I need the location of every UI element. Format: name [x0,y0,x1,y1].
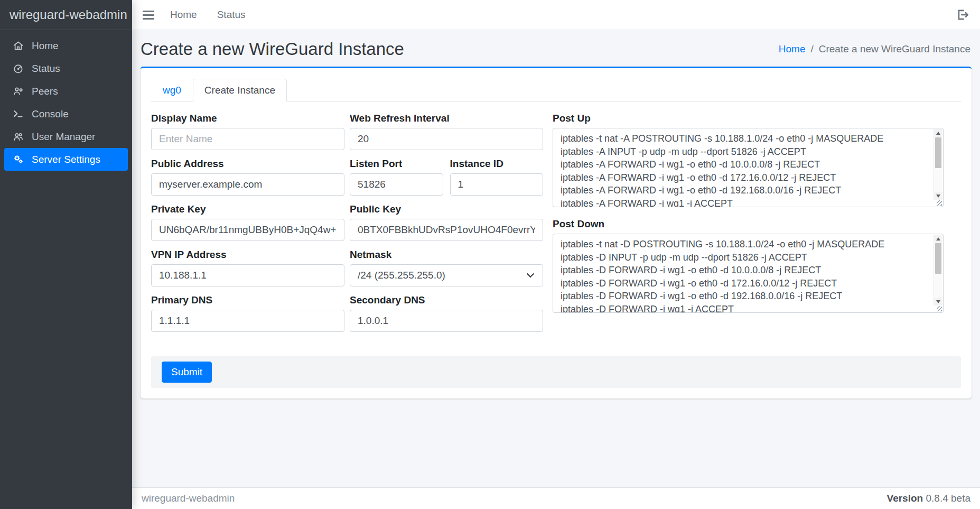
netmask-selected-value: /24 (255.255.255.0) [358,270,445,281]
instance-tabs: wg0 Create Instance [151,79,961,101]
sidebar-item-label: User Manager [32,131,95,143]
display-name-label: Display Name [151,112,344,125]
footer-version-value: 0.8.4 beta [926,493,970,504]
users-icon [12,131,24,143]
chevron-down-icon [527,270,534,277]
home-icon [12,40,24,52]
page-footer: wireguard-webadmin Version 0.8.4 beta [132,487,980,509]
resize-grip-icon[interactable] [937,306,942,311]
instance-id-label: Instance ID [450,158,544,170]
card-body: wg0 Create Instance Display Name Public … [141,68,972,399]
tab-wg0[interactable]: wg0 [151,79,193,101]
primary-dns-input[interactable] [151,310,344,332]
content-header: Create a new WireGuard Instance Home / C… [132,30,980,67]
sidebar-item-peers[interactable]: Peers [4,80,128,103]
users-gear-icon [12,85,24,98]
form-column-1: Display Name Public Address Private Key [151,112,344,339]
sidebar: wireguard-webadmin Home Status Peers [0,0,132,509]
gears-icon [12,153,24,166]
secondary-dns-input[interactable] [350,310,543,332]
listen-port-input[interactable] [350,173,443,196]
post-down-scrollbar[interactable] [934,235,942,306]
scroll-down-icon[interactable] [934,298,942,306]
form-column-3: Post Up iptables -t nat -A POSTROUTING -… [553,112,944,339]
instance-card: wg0 Create Instance Display Name Public … [141,67,972,399]
resize-grip-icon[interactable] [937,200,942,206]
scrollbar-thumb[interactable] [935,137,941,168]
post-up-text: iptables -t nat -A POSTROUTING -s 10.188… [553,128,943,207]
sidebar-item-user-manager[interactable]: User Manager [4,125,128,148]
web-refresh-interval-input[interactable] [350,128,543,150]
post-up-textarea[interactable]: iptables -t nat -A POSTROUTING -s 10.188… [553,128,944,207]
sidebar-nav: Home Status Peers Console [0,30,132,175]
sidebar-item-label: Status [32,63,60,75]
scroll-up-icon[interactable] [934,129,942,137]
scrollbar-track[interactable] [934,137,942,192]
form-column-2: Web Refresh Interval Listen Port Instanc… [350,112,543,339]
scrollbar-track[interactable] [934,243,942,298]
listen-port-label: Listen Port [350,158,443,170]
footer-version: Version 0.8.4 beta [887,493,970,504]
web-refresh-interval-label: Web Refresh Interval [350,112,543,125]
breadcrumb: Home / Create a new WireGuard Instance [779,43,970,55]
primary-dns-label: Primary DNS [151,294,344,307]
breadcrumb-home-link[interactable]: Home [779,43,806,55]
sidebar-item-label: Server Settings [32,154,100,165]
sidebar-item-status[interactable]: Status [4,57,128,80]
tab-create-instance[interactable]: Create Instance [193,79,287,101]
post-down-text: iptables -t nat -D POSTROUTING -s 10.188… [553,234,943,312]
brand-link[interactable]: wireguard-webadmin [0,0,132,30]
private-key-input[interactable] [151,219,344,241]
sidebar-item-label: Home [32,40,59,52]
create-instance-form: Display Name Public Address Private Key [151,101,961,339]
sidebar-item-home[interactable]: Home [4,34,128,57]
public-key-label: Public Key [350,203,543,216]
post-down-textarea[interactable]: iptables -t nat -D POSTROUTING -s 10.188… [553,234,944,313]
post-up-label: Post Up [553,112,944,125]
post-up-scrollbar[interactable] [934,129,942,200]
display-name-input[interactable] [151,128,344,150]
instance-id-input[interactable] [450,173,544,196]
sidebar-item-console[interactable]: Console [4,103,128,125]
vpn-ip-input[interactable] [151,264,344,286]
scroll-up-icon[interactable] [934,235,942,243]
logout-icon[interactable] [956,8,969,22]
vpn-ip-label: VPN IP Address [151,248,344,261]
main-area: Home Status Create a new WireGuard Insta… [132,0,980,509]
submit-button[interactable]: Submit [162,362,212,383]
scroll-down-icon[interactable] [934,192,942,200]
breadcrumb-separator: / [810,43,813,55]
sidebar-item-label: Console [32,108,69,120]
secondary-dns-label: Secondary DNS [350,294,543,307]
netmask-label: Netmask [350,248,543,261]
netmask-select[interactable]: /24 (255.255.255.0) [350,264,543,286]
public-address-input[interactable] [151,173,344,196]
top-navbar: Home Status [132,0,980,30]
navbar-link-status[interactable]: Status [217,9,246,21]
scrollbar-thumb[interactable] [935,243,941,274]
post-down-label: Post Down [553,218,944,230]
form-footer: Submit [151,356,961,388]
sidebar-toggle-icon[interactable] [143,11,154,20]
public-key-input[interactable] [350,219,543,241]
public-address-label: Public Address [151,158,344,170]
breadcrumb-current: Create a new WireGuard Instance [819,43,970,55]
gauge-icon [12,62,24,75]
page-title: Create a new WireGuard Instance [141,39,404,59]
terminal-icon [12,108,24,121]
navbar-link-home[interactable]: Home [170,9,197,21]
sidebar-item-server-settings[interactable]: Server Settings [4,148,128,171]
content-area: Create a new WireGuard Instance Home / C… [132,30,980,487]
footer-app-name: wireguard-webadmin [142,493,235,504]
sidebar-item-label: Peers [32,86,58,97]
private-key-label: Private Key [151,203,344,216]
footer-version-label: Version [887,493,923,504]
app-window: wireguard-webadmin Home Status Peers [0,0,980,509]
